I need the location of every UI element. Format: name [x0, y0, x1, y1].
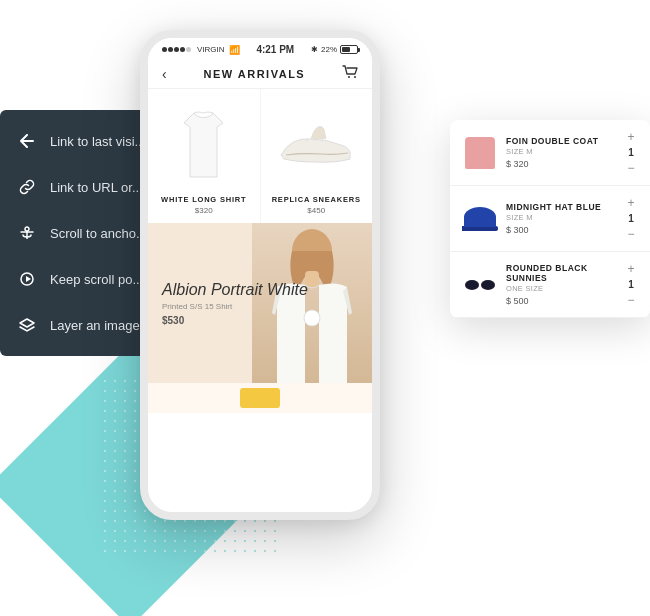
signal-dot	[168, 47, 173, 52]
product-price: $450	[269, 206, 365, 215]
signal-dot	[180, 47, 185, 52]
cart-item-price: $ 320	[506, 159, 616, 169]
product-preview-item	[240, 388, 280, 408]
quantity-decrease-button[interactable]: −	[624, 227, 638, 241]
battery-tip	[358, 48, 360, 52]
signal-dot	[186, 47, 191, 52]
quantity-decrease-button[interactable]: −	[624, 161, 638, 175]
cart-item-price: $ 300	[506, 225, 616, 235]
phone-bottom-preview	[148, 383, 372, 413]
banner-product-title: Albion Portrait White	[162, 280, 308, 299]
cart-item-name: MIDNIGHT HAT BLUE	[506, 202, 616, 212]
menu-item-label: Link to URL or...	[50, 180, 143, 195]
menu-item-label: Link to last visi...	[50, 134, 145, 149]
cart-quantity-control: + 1 −	[624, 262, 638, 307]
lens-left	[465, 280, 479, 290]
cart-item-foin-coat: FOIN DOUBLE COAT SIZE M $ 320 + 1 −	[450, 120, 650, 186]
cart-quantity-control: + 1 −	[624, 130, 638, 175]
svg-point-6	[354, 76, 356, 78]
product-price: $320	[156, 206, 252, 215]
product-white-shirt[interactable]: WHITE LONG SHIRT $320	[148, 89, 260, 223]
sunglasses-icon	[465, 280, 495, 290]
cart-item-size: SIZE M	[506, 147, 616, 156]
signal-dot	[162, 47, 167, 52]
product-image-shirt	[156, 99, 252, 189]
product-name: REPLICA SNEAKERS	[269, 195, 365, 204]
cart-item-size: ONE SIZE	[506, 284, 616, 293]
svg-marker-4	[26, 276, 31, 282]
svg-point-5	[348, 76, 350, 78]
hat-icon	[464, 207, 496, 227]
cart-item-name: ROUNDED BLACK SUNNIES	[506, 263, 616, 283]
signal-dot	[174, 47, 179, 52]
app-title: NEW ARRIVALS	[167, 68, 342, 80]
product-grid: WHITE LONG SHIRT $320 REPLICA SNEAKERS $…	[148, 89, 372, 223]
play-icon	[16, 268, 38, 290]
cart-item-details: FOIN DOUBLE COAT SIZE M $ 320	[506, 136, 616, 169]
menu-item-label: Layer an image	[50, 318, 140, 333]
cart-item-name: FOIN DOUBLE COAT	[506, 136, 616, 146]
phone-mockup: VIRGIN 📶 4:21 PM ✱ 22% ‹ NEW ARRIVALS	[140, 30, 380, 520]
hat-container	[463, 207, 498, 231]
cart-item-details: ROUNDED BLACK SUNNIES ONE SIZE $ 500	[506, 263, 616, 306]
menu-item-label: Scroll to ancho...	[50, 226, 147, 241]
cart-quantity-control: + 1 −	[624, 196, 638, 241]
cart-item-image-sunglasses	[462, 267, 498, 303]
cart-item-size: SIZE M	[506, 213, 616, 222]
status-signal: VIRGIN 📶	[162, 45, 240, 55]
quantity-value: 1	[628, 279, 634, 290]
product-image-sneakers	[269, 99, 365, 189]
status-time: 4:21 PM	[256, 44, 294, 55]
phone-frame: VIRGIN 📶 4:21 PM ✱ 22% ‹ NEW ARRIVALS	[140, 30, 380, 520]
cart-item-midnight-hat: MIDNIGHT HAT BLUE SIZE M $ 300 + 1 −	[450, 186, 650, 252]
status-bar: VIRGIN 📶 4:21 PM ✱ 22%	[148, 38, 372, 59]
quantity-value: 1	[628, 147, 634, 158]
banner-product-price: $530	[162, 315, 308, 326]
anchor-icon	[16, 222, 38, 244]
quantity-value: 1	[628, 213, 634, 224]
cart-panel: FOIN DOUBLE COAT SIZE M $ 320 + 1 − MIDN…	[450, 120, 650, 318]
product-sneakers[interactable]: REPLICA SNEAKERS $450	[261, 89, 373, 223]
quantity-decrease-button[interactable]: −	[624, 293, 638, 307]
cart-item-sunnies: ROUNDED BLACK SUNNIES ONE SIZE $ 500 + 1…	[450, 252, 650, 318]
app-header: ‹ NEW ARRIVALS	[148, 59, 372, 89]
quantity-increase-button[interactable]: +	[624, 262, 638, 276]
carrier-name: VIRGIN	[197, 45, 225, 54]
cart-item-image-jacket	[462, 135, 498, 171]
jacket-icon	[465, 137, 495, 169]
layers-icon	[16, 314, 38, 336]
cart-item-image-hat	[462, 201, 498, 237]
lens-right	[481, 280, 495, 290]
link-icon	[16, 176, 38, 198]
quantity-increase-button[interactable]: +	[624, 196, 638, 210]
wifi-icon: 📶	[229, 45, 240, 55]
battery-fill	[342, 47, 350, 52]
product-banner[interactable]: Albion Portrait White Printed S/S 15 Shi…	[148, 223, 372, 383]
arrow-left-icon	[16, 130, 38, 152]
bluetooth-icon: ✱	[311, 45, 318, 54]
cart-item-price: $ 500	[506, 296, 616, 306]
quantity-increase-button[interactable]: +	[624, 130, 638, 144]
banner-product-subtitle: Printed S/S 15 Shirt	[162, 302, 308, 311]
cart-button[interactable]	[342, 65, 358, 82]
product-name: WHITE LONG SHIRT	[156, 195, 252, 204]
status-battery: ✱ 22%	[311, 45, 358, 54]
menu-item-label: Keep scroll po...	[50, 272, 143, 287]
battery-icon	[340, 45, 358, 54]
banner-text-area: Albion Portrait White Printed S/S 15 Shi…	[162, 280, 308, 326]
battery-percent: 22%	[321, 45, 337, 54]
cart-item-details: MIDNIGHT HAT BLUE SIZE M $ 300	[506, 202, 616, 235]
svg-point-0	[25, 227, 29, 231]
